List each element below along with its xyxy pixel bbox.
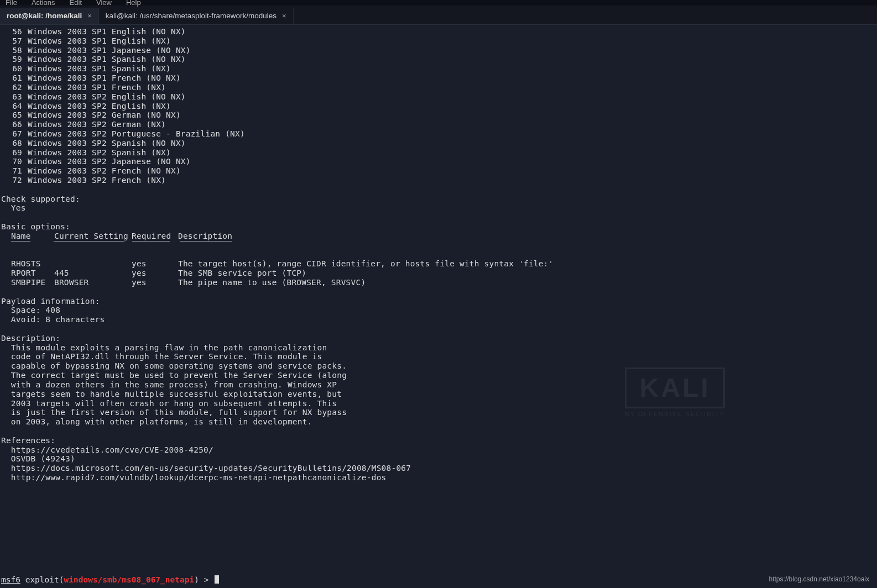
references-header: References:	[0, 436, 877, 445]
description-line: code of NetAPI32.dll through the Server …	[0, 352, 877, 361]
options-underline	[0, 241, 877, 250]
blank-line	[0, 250, 877, 260]
payload-line: Avoid: 8 characters	[0, 315, 877, 324]
close-icon[interactable]: ×	[87, 12, 92, 20]
target-row: 59Windows 2003 SP1 Spanish (NO NX)	[0, 55, 877, 64]
target-row: 63Windows 2003 SP2 English (NO NX)	[0, 92, 877, 102]
description-line: capable of bypassing NX on some operatin…	[0, 361, 877, 371]
target-row: 72Windows 2003 SP2 French (NX)	[0, 176, 877, 185]
target-row: 58Windows 2003 SP1 Japanese (NO NX)	[0, 46, 877, 55]
description-line: on 2003, along with other platforms, is …	[0, 417, 877, 427]
description-line: targets seem to handle multiple successf…	[0, 390, 877, 399]
target-row: 65Windows 2003 SP2 German (NO NX)	[0, 111, 877, 120]
menubar: File Actions Edit View Help	[0, 0, 877, 6]
tab-bar: root@kali: /home/kali × kali@kali: /usr/…	[0, 6, 877, 25]
terminal-window: File Actions Edit View Help root@kali: /…	[0, 0, 877, 588]
tab-kali-modules[interactable]: kali@kali: /usr/share/metasploit-framewo…	[99, 8, 294, 24]
target-row: 61Windows 2003 SP1 French (NO NX)	[0, 74, 877, 83]
prompt-suffix: ) >	[194, 575, 213, 584]
option-row: RPORT445yesThe SMB service port (TCP)	[0, 269, 877, 278]
reference-line: https://docs.microsoft.com/en-us/securit…	[0, 464, 877, 473]
reference-line: https://cvedetails.com/cve/CVE-2008-4250…	[0, 445, 877, 455]
target-row: 68Windows 2003 SP2 Spanish (NO NX)	[0, 139, 877, 148]
menu-view[interactable]: View	[96, 0, 112, 7]
menu-help[interactable]: Help	[126, 0, 141, 7]
check-header: Check supported:	[0, 195, 877, 204]
description-line: 2003 targets will often crash or hang on…	[0, 399, 877, 408]
target-row: 57Windows 2003 SP1 English (NX)	[0, 36, 877, 46]
blank-line	[0, 213, 877, 222]
target-row: 66Windows 2003 SP2 German (NX)	[0, 120, 877, 129]
blank-line	[0, 185, 877, 195]
target-row: 60Windows 2003 SP1 Spanish (NX)	[0, 64, 877, 74]
target-row: 56Windows 2003 SP1 English (NO NX)	[0, 27, 877, 36]
target-row: 64Windows 2003 SP2 English (NX)	[0, 102, 877, 111]
tab-label: root@kali: /home/kali	[7, 12, 82, 20]
payload-line: Space: 408	[0, 306, 877, 315]
terminal-output[interactable]: 56Windows 2003 SP1 English (NO NX)57Wind…	[0, 25, 877, 482]
option-row: RHOSTSyesThe target host(s), range CIDR …	[0, 259, 877, 269]
check-value: Yes	[0, 203, 877, 213]
blank-line	[0, 427, 877, 436]
prompt-context: exploit(	[20, 575, 64, 584]
options-header: Basic options:	[0, 222, 877, 232]
description-line: This module exploits a parsing flaw in t…	[0, 343, 877, 353]
target-row: 71Windows 2003 SP2 French (NO NX)	[0, 166, 877, 176]
blank-line	[0, 287, 877, 297]
tab-root-kali[interactable]: root@kali: /home/kali ×	[0, 8, 99, 24]
cursor-icon	[215, 575, 219, 584]
blank-line	[0, 324, 877, 334]
description-header: Description:	[0, 334, 877, 343]
options-columns: NameCurrent SettingRequiredDescription	[0, 232, 877, 241]
reference-line: http://www.rapid7.com/vulndb/lookup/dcer…	[0, 473, 877, 482]
payload-header: Payload information:	[0, 297, 877, 306]
prompt-line[interactable]: msf6 exploit(windows/smb/ms08_067_netapi…	[1, 575, 219, 585]
source-watermark: https://blog.csdn.net/xiao1234oaix	[769, 576, 869, 584]
menu-actions[interactable]: Actions	[32, 0, 55, 7]
prompt-module: windows/smb/ms08_067_netapi	[64, 575, 195, 584]
target-row: 67Windows 2003 SP2 Portuguese - Brazilia…	[0, 129, 877, 139]
menu-file[interactable]: File	[6, 0, 17, 7]
description-line: with a dozen others in the same process)…	[0, 380, 877, 390]
target-row: 69Windows 2003 SP2 Spanish (NX)	[0, 148, 877, 158]
target-row: 70Windows 2003 SP2 Japanese (NO NX)	[0, 157, 877, 166]
description-line: is just the first version of this module…	[0, 408, 877, 417]
reference-line: OSVDB (49243)	[0, 454, 877, 464]
target-row: 62Windows 2003 SP1 French (NX)	[0, 83, 877, 92]
menu-edit[interactable]: Edit	[70, 0, 82, 7]
prompt-msf: msf6	[1, 575, 20, 584]
close-icon[interactable]: ×	[282, 12, 286, 20]
option-row: SMBPIPEBROWSERyesThe pipe name to use (B…	[0, 278, 877, 287]
description-line: The correct target must be used to preve…	[0, 371, 877, 380]
tab-label: kali@kali: /usr/share/metasploit-framewo…	[106, 12, 276, 20]
